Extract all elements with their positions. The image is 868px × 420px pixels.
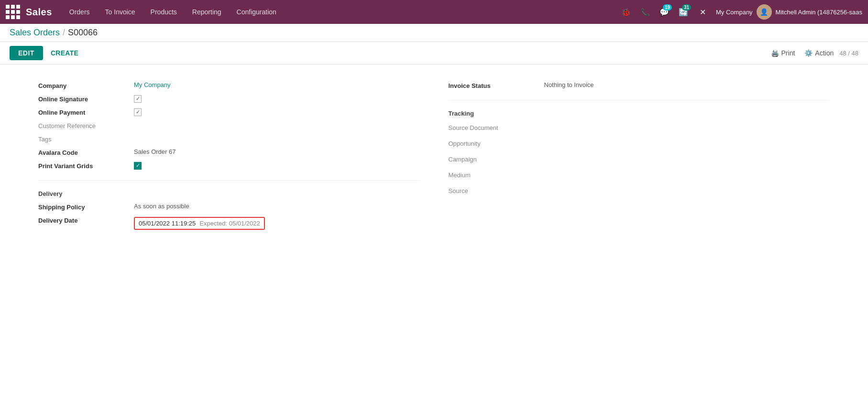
bug-icon[interactable]: 🐞: [618, 4, 634, 20]
opportunity-row: Opportunity: [449, 136, 830, 151]
nav-user-name: Mitchell Admin (14876256-saas: [776, 9, 862, 16]
avalara-code-label: Avalara Code: [38, 148, 134, 156]
avalara-code-row: Avalara Code Sales Order 67: [38, 146, 420, 159]
breadcrumb-parent[interactable]: Sales Orders: [10, 28, 60, 38]
online-signature-checkbox[interactable]: ✓: [134, 95, 420, 103]
invoice-status-row: Invoice Status Nothing to Invoice: [449, 79, 830, 92]
action-button[interactable]: ⚙️ Action: [804, 49, 834, 57]
delivery-date-highlight[interactable]: 05/01/2022 11:19:25 Expected: 05/01/2022: [134, 217, 265, 230]
page-counter: 48 / 48: [839, 50, 858, 57]
top-navigation: Sales Orders To Invoice Products Reporti…: [0, 0, 868, 24]
invoice-status-value: Nothing to Invoice: [544, 81, 830, 88]
nav-orders[interactable]: Orders: [62, 0, 98, 24]
avalara-code-value: Sales Order 67: [134, 148, 420, 155]
shipping-policy-label: Shipping Policy: [38, 203, 134, 211]
activity-icon[interactable]: 🔄 31: [676, 4, 691, 20]
divider-1: [38, 180, 420, 181]
shipping-policy-value: As soon as possible: [134, 203, 420, 210]
delivery-date-label: Delivery Date: [38, 216, 134, 224]
delivery-date-value: 05/01/2022 11:19:25: [139, 220, 196, 227]
nav-products[interactable]: Products: [143, 0, 185, 24]
breadcrumb: Sales Orders / S00066: [10, 28, 858, 38]
chat-icon[interactable]: 💬 19: [657, 4, 672, 20]
nav-company[interactable]: My Company: [716, 9, 753, 16]
breadcrumb-current: S00066: [68, 28, 98, 38]
tags-label: Tags: [38, 135, 134, 143]
avatar[interactable]: 👤: [757, 4, 772, 20]
online-signature-row: Online Signature ✓: [38, 92, 420, 106]
source-row: Source: [449, 183, 830, 199]
print-variant-grids-checkbox[interactable]: ✓: [134, 162, 420, 170]
campaign-label: Campaign: [449, 154, 477, 165]
online-payment-label: Online Payment: [38, 108, 134, 116]
invoice-status-label: Invoice Status: [449, 81, 544, 89]
opportunity-label: Opportunity: [449, 138, 481, 149]
edit-button[interactable]: EDIT: [10, 46, 43, 60]
print-variant-grids-label: Print Variant Grids: [38, 162, 134, 170]
phone-icon[interactable]: 📞: [637, 4, 653, 20]
delivery-section-title: Delivery: [38, 190, 420, 197]
activity-badge: 31: [682, 4, 691, 11]
form-grid: Company My Company Online Signature ✓ On…: [38, 74, 830, 238]
nav-configuration[interactable]: Configuration: [229, 0, 284, 24]
delivery-date-row: Delivery Date 05/01/2022 11:19:25 Expect…: [38, 214, 420, 233]
printer-icon: 🖨️: [771, 49, 779, 57]
breadcrumb-separator: /: [63, 28, 65, 38]
delivery-date-expected: Expected: 05/01/2022: [199, 220, 260, 227]
medium-label: Medium: [449, 170, 471, 181]
campaign-row: Campaign: [449, 151, 830, 167]
divider-2: [449, 100, 830, 100]
source-label: Source: [449, 185, 468, 196]
medium-row: Medium: [449, 167, 830, 183]
nav-brand[interactable]: Sales: [26, 7, 52, 18]
nav-to-invoice[interactable]: To Invoice: [98, 0, 143, 24]
form-right-section: Invoice Status Nothing to Invoice Tracki…: [449, 74, 830, 238]
settings-icon[interactable]: ✕: [695, 4, 710, 20]
gear-icon: ⚙️: [804, 49, 813, 57]
toolbar-actions: 🖨️ Print ⚙️ Action: [771, 49, 834, 57]
tracking-section-title: Tracking: [449, 110, 830, 117]
print-label: Print: [781, 49, 795, 57]
company-row: Company My Company: [38, 79, 420, 92]
customer-reference-label: Customer Reference: [38, 121, 134, 129]
action-label: Action: [815, 49, 834, 57]
company-label: Company: [38, 81, 134, 89]
nav-right: 🐞 📞 💬 19 🔄 31 ✕ My Company 👤 Mitchell Ad…: [618, 4, 862, 20]
print-button[interactable]: 🖨️ Print: [771, 49, 795, 57]
chat-badge: 19: [663, 4, 672, 11]
customer-reference-row: Customer Reference: [38, 119, 420, 132]
online-payment-check-icon: ✓: [134, 108, 142, 116]
online-signature-check-icon: ✓: [134, 95, 142, 103]
apps-icon[interactable]: [6, 5, 20, 19]
company-value[interactable]: My Company: [134, 81, 420, 88]
online-signature-label: Online Signature: [38, 95, 134, 103]
nav-menu: Orders To Invoice Products Reporting Con…: [62, 0, 618, 24]
main-content: Company My Company Online Signature ✓ On…: [0, 65, 868, 420]
nav-reporting[interactable]: Reporting: [185, 0, 229, 24]
online-payment-checkbox[interactable]: ✓: [134, 108, 420, 116]
form-left-section: Company My Company Online Signature ✓ On…: [38, 74, 420, 238]
toolbar: EDIT CREATE 🖨️ Print ⚙️ Action 48 / 48: [0, 42, 868, 65]
tags-row: Tags: [38, 132, 420, 146]
print-variant-grids-row: Print Variant Grids ✓: [38, 159, 420, 172]
create-button[interactable]: CREATE: [49, 46, 80, 60]
source-document-label: Source Document: [449, 122, 498, 133]
source-document-row: Source Document: [449, 120, 830, 136]
shipping-policy-row: Shipping Policy As soon as possible: [38, 200, 420, 214]
print-variant-grids-check-icon: ✓: [134, 162, 142, 170]
online-payment-row: Online Payment ✓: [38, 106, 420, 119]
sub-header: Sales Orders / S00066: [0, 24, 868, 42]
